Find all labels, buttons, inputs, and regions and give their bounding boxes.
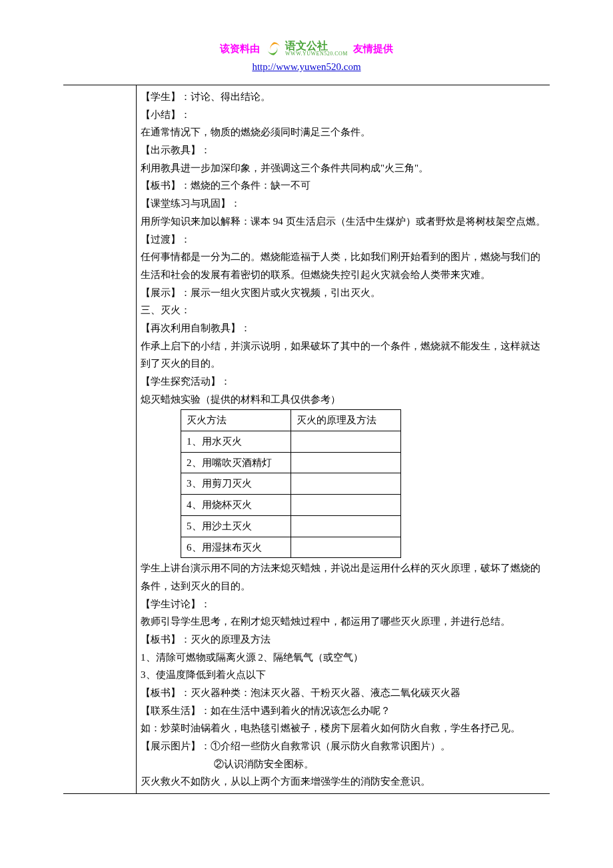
paragraph: 任何事情都是一分为二的。燃烧能造福于人类，比如我们刚开始看到的图片，燃烧与我们的… (141, 248, 546, 283)
table-cell: 6、用湿抹布灭火 (181, 537, 291, 558)
divider-bottom (63, 793, 550, 794)
swirl-icon (265, 40, 283, 57)
table-cell (291, 495, 401, 516)
paragraph: 【学生】：讨论、得出结论。 (141, 88, 546, 106)
paragraph: 【板书】：灭火器种类：泡沫灭火器、干粉灭火器、液态二氧化碳灭火器 (141, 684, 546, 702)
table-header-cell: 灭火的原理及方法 (291, 410, 401, 431)
paragraph: 【板书】：灭火的原理及方法 (141, 631, 546, 649)
table-cell (291, 473, 401, 495)
table-cell: 5、用沙土灭火 (181, 515, 291, 537)
paragraph: 【再次利用自制教具】： (141, 319, 546, 337)
table-cell (291, 515, 401, 537)
paragraph: 用所学知识来加以解释：课本 94 页生活启示（生活中生煤炉）或者野炊是将树枝架空… (141, 213, 546, 231)
logo-text: 语文公社 WWW.YUWEN520.COM (285, 41, 348, 57)
paragraph: 【小结】： (141, 106, 546, 124)
page: 该资料由 语文公社 WWW.YUWEN520.COM 友情提供 http://w… (0, 0, 613, 821)
methods-table: 灭火方法 灭火的原理及方法 1、用水灭火 2、用嘴吹灭酒精灯 3、用剪刀灭火 4… (181, 409, 401, 558)
paragraph: 如：炒菜时油锅着火，电热毯引燃被子，楼房下层着火如何防火自救，学生各抒己见。 (141, 719, 546, 737)
table-cell: 2、用嘴吹灭酒精灯 (181, 452, 291, 473)
table-row: 3、用剪刀灭火 (181, 473, 401, 495)
page-header: 该资料由 语文公社 WWW.YUWEN520.COM 友情提供 http://w… (63, 40, 550, 73)
paragraph: 【学生讨论】： (141, 595, 546, 613)
header-line: 该资料由 语文公社 WWW.YUWEN520.COM 友情提供 (63, 40, 550, 57)
table-row: 2、用嘴吹灭酒精灯 (181, 452, 401, 473)
header-url: http://www.yuwen520.com (63, 61, 550, 73)
paragraph: 【联系生活】：如在生活中遇到着火的情况该怎么办呢？ (141, 702, 546, 720)
paragraph: 熄灭蜡烛实验（提供的材料和工具仅供参考） (141, 391, 546, 409)
right-column: 【学生】：讨论、得出结论。 【小结】： 在通常情况下，物质的燃烧必须同时满足三个… (137, 85, 550, 793)
table-cell (291, 452, 401, 473)
logo-cn: 语文公社 (285, 41, 328, 51)
table-cell: 1、用水灭火 (181, 431, 291, 453)
logo-en: WWW.YUWEN520.COM (285, 51, 348, 57)
paragraph: ②认识消防安全图标。 (141, 755, 546, 773)
paragraph: 【过渡】： (141, 231, 546, 249)
paragraph: 【学生探究活动】： (141, 373, 546, 391)
paragraph: 【展示图片】：①介绍一些防火自救常识（展示防火自救常识图片）。 (141, 737, 546, 755)
table-row: 6、用湿抹布灭火 (181, 537, 401, 558)
header-right: 友情提供 (353, 43, 393, 55)
paragraph: 学生上讲台演示用不同的方法来熄灭蜡烛，并说出是运用什么样的灭火原理，破坏了燃烧的… (141, 559, 546, 595)
content-table: 【学生】：讨论、得出结论。 【小结】： 在通常情况下，物质的燃烧必须同时满足三个… (63, 85, 550, 793)
paragraph: 作承上启下的小结，并演示说明，如果破坏了其中的一个条件，燃烧就不能发生，这样就达… (141, 337, 546, 373)
paragraph: 在通常情况下，物质的燃烧必须同时满足三个条件。 (141, 123, 546, 141)
paragraph: 灭火救火不如防火，从以上两个方面来增强学生的消防安全意识。 (141, 773, 546, 791)
table-row: 5、用沙土灭火 (181, 515, 401, 537)
header-left: 该资料由 (220, 43, 260, 55)
paragraph: 教师引导学生思考，在刚才熄灭蜡烛过程中，都运用了哪些灭火原理，并进行总结。 (141, 613, 546, 631)
paragraph: 【板书】：燃烧的三个条件：缺一不可 (141, 177, 546, 195)
paragraph: 【展示】：展示一组火灾图片或火灾视频，引出灭火。 (141, 284, 546, 302)
table-cell: 4、用烧杯灭火 (181, 495, 291, 516)
paragraph: 3、使温度降低到着火点以下 (141, 666, 546, 684)
paragraph: 三、灭火： (141, 301, 546, 319)
source-link[interactable]: http://www.yuwen520.com (252, 61, 360, 72)
table-row: 4、用烧杯灭火 (181, 495, 401, 516)
table-row: 灭火方法 灭火的原理及方法 (181, 410, 401, 431)
left-column (63, 85, 137, 793)
table-header-cell: 灭火方法 (181, 410, 291, 431)
paragraph: 【出示教具】： (141, 141, 546, 159)
logo: 语文公社 WWW.YUWEN520.COM (265, 40, 348, 57)
paragraph: 1、清除可燃物或隔离火源 2、隔绝氧气（或空气） (141, 649, 546, 667)
table-cell (291, 537, 401, 558)
table-row: 1、用水灭火 (181, 431, 401, 453)
table-cell (291, 431, 401, 453)
paragraph: 利用教具进一步加深印象，并强调这三个条件共同构成"火三角"。 (141, 159, 546, 177)
paragraph: 【课堂练习与巩固】： (141, 195, 546, 213)
table-cell: 3、用剪刀灭火 (181, 473, 291, 495)
